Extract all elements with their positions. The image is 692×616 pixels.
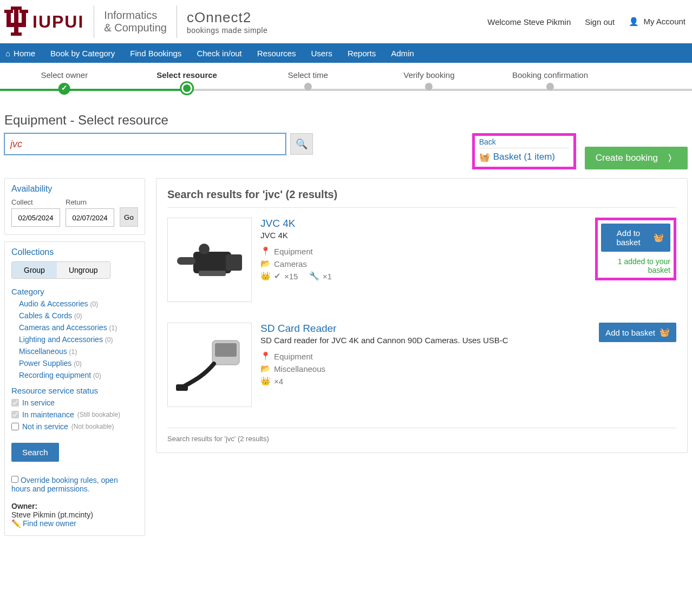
not-in-service-checkbox[interactable] — [11, 423, 19, 430]
category-link[interactable]: Recording equipment — [19, 371, 91, 379]
group-button[interactable]: Group — [12, 262, 57, 278]
nav-book-by-category[interactable]: Book by Category — [50, 49, 115, 58]
category-link[interactable]: Miscellaneous — [19, 347, 67, 356]
added-confirmation: 1 added to your basket — [601, 257, 670, 274]
nav-resources[interactable]: Resources — [257, 49, 296, 58]
category-item: Audio & Accessories (0) — [19, 299, 138, 308]
in-maintenance-checkbox[interactable] — [11, 411, 19, 418]
find-new-owner-link[interactable]: ✏️ Find new owner — [11, 519, 76, 528]
in-maintenance-hint: (Still bookable) — [77, 411, 120, 418]
sub-brand-line1: Informatics — [104, 9, 167, 22]
wizard-steps: Select owner Select resource Select time… — [0, 70, 692, 103]
results-title: Search results for 'jvc' (2 results) — [167, 188, 676, 201]
check-icon: ✔ — [274, 271, 281, 281]
result-thumbnail[interactable] — [167, 323, 252, 407]
step-label: Select resource — [156, 70, 217, 80]
highlight-box: Add to basket 🧺 1 added to your basket — [595, 218, 676, 280]
create-booking-button[interactable]: Create booking 〉 — [585, 147, 688, 169]
filters-panel: Collections GroupUngroup Category Audio … — [4, 241, 145, 536]
in-maintenance-label: In maintenance — [22, 410, 74, 419]
category-link[interactable]: Audio & Accessories — [19, 299, 88, 308]
category-item: Cables & Cords (0) — [19, 311, 138, 320]
svg-rect-15 — [176, 384, 188, 391]
sign-out-link[interactable]: Sign out — [585, 17, 615, 27]
status-title: Resource service status — [11, 386, 138, 395]
nav-home[interactable]: Home — [5, 49, 35, 58]
category-link[interactable]: Cables & Cords — [19, 311, 72, 320]
step-verify-booking: Verify booking — [403, 70, 454, 90]
nav-find-bookings[interactable]: Find Bookings — [130, 49, 181, 58]
step-booking-confirmation: Booking confirmation — [512, 70, 588, 90]
category-link[interactable]: Lighting and Accessories — [19, 335, 103, 344]
pin-icon: 📍 — [260, 351, 271, 361]
override-checkbox[interactable] — [11, 476, 18, 483]
crown-icon: 👑 — [260, 376, 271, 386]
collect-label: Collect — [11, 198, 60, 206]
return-date-input[interactable] — [66, 208, 114, 227]
find-new-owner-label: Find new owner — [23, 519, 76, 528]
add-to-basket-button[interactable]: Add to basket 🧺 — [599, 323, 676, 342]
category-link[interactable]: Power Supplies — [19, 359, 71, 368]
svg-rect-6 — [11, 6, 22, 10]
top-header: IUPUI Informatics & Computing cOnnect2 b… — [0, 0, 692, 43]
result-description: SD Card reader for JVC 4K and Cannon 90D… — [260, 336, 586, 345]
category-link[interactable]: Cameras and Accessories — [19, 323, 107, 332]
sidebar: Availability Collect Return Go Collectio… — [4, 178, 145, 542]
add-to-basket-button[interactable]: Add to basket 🧺 — [601, 224, 670, 252]
collect-date-input[interactable] — [11, 208, 60, 227]
sub-brand: Informatics & Computing — [104, 9, 167, 34]
create-booking-label: Create booking — [596, 153, 658, 163]
magnifier-icon: 🔍 — [296, 139, 308, 149]
svg-rect-12 — [199, 271, 226, 276]
basket-icon: 🧺 — [479, 152, 490, 162]
owner-label: Owner: — [11, 502, 138, 510]
result-row: SD Card Reader SD Card reader for JVC 4K… — [167, 323, 676, 417]
step-select-resource[interactable]: Select resource — [156, 70, 217, 94]
sidebar-search-button[interactable]: Search — [11, 443, 59, 462]
nav-reports[interactable]: Reports — [348, 49, 376, 58]
my-account-link[interactable]: 👤 My Account — [629, 17, 686, 27]
search-input[interactable] — [4, 133, 286, 155]
brand-text: IUPUI — [32, 12, 84, 32]
camcorder-icon — [172, 233, 247, 287]
nav-users[interactable]: Users — [311, 49, 332, 58]
dot-icon — [304, 83, 312, 90]
not-in-service-hint: (Not bookable) — [71, 423, 114, 430]
nav-check-in-out[interactable]: Check in/out — [197, 49, 241, 58]
step-select-owner[interactable]: Select owner — [41, 70, 88, 95]
connect2-tagline: bookings made simple — [187, 26, 267, 35]
svg-rect-3 — [6, 23, 26, 27]
category-count: (0) — [74, 312, 82, 320]
wrench-icon: 🔧 — [309, 271, 319, 281]
override-link[interactable]: Override booking rules, open hours and p… — [11, 476, 118, 493]
collections-toggle: GroupUngroup — [11, 261, 110, 279]
return-label: Return — [66, 198, 114, 206]
status-in-service: In service — [11, 398, 138, 407]
pencil-icon: ✏️ — [11, 519, 21, 528]
iupui-logo: IUPUI — [3, 4, 84, 39]
in-service-checkbox[interactable] — [11, 399, 19, 407]
svg-rect-10 — [177, 257, 195, 265]
result-description: JVC 4K — [260, 231, 586, 240]
result-thumbnail[interactable] — [167, 218, 252, 302]
meta-category: 📂Cameras — [260, 259, 586, 268]
ungroup-button[interactable]: Ungroup — [57, 262, 110, 278]
dot-icon — [425, 83, 433, 90]
result-actions: Add to basket 🧺 — [595, 323, 676, 407]
category-title: Category — [11, 287, 138, 296]
svg-rect-7 — [11, 32, 22, 36]
not-in-service-label: Not in service — [22, 422, 68, 431]
search-icon-button[interactable]: 🔍 — [290, 133, 313, 155]
step-label: Booking confirmation — [512, 70, 588, 80]
connect2-logo: cOnnect2 bookings made simple — [187, 9, 267, 35]
nav-admin[interactable]: Admin — [391, 49, 414, 58]
owner-block: Owner: Steve Pikmin (pt.mcinty) ✏️ Find … — [11, 502, 138, 528]
result-name-link[interactable]: JVC 4K — [260, 218, 295, 229]
back-link[interactable]: Back — [479, 137, 496, 146]
go-button[interactable]: Go — [120, 207, 138, 227]
welcome-text: Welcome Steve Pikmin — [487, 17, 571, 27]
svg-rect-0 — [14, 6, 18, 35]
basket-link[interactable]: 🧺 Basket (1 item) — [479, 152, 569, 162]
result-name-link[interactable]: SD Card Reader — [260, 323, 336, 334]
sub-brand-line2: & Computing — [104, 22, 167, 34]
